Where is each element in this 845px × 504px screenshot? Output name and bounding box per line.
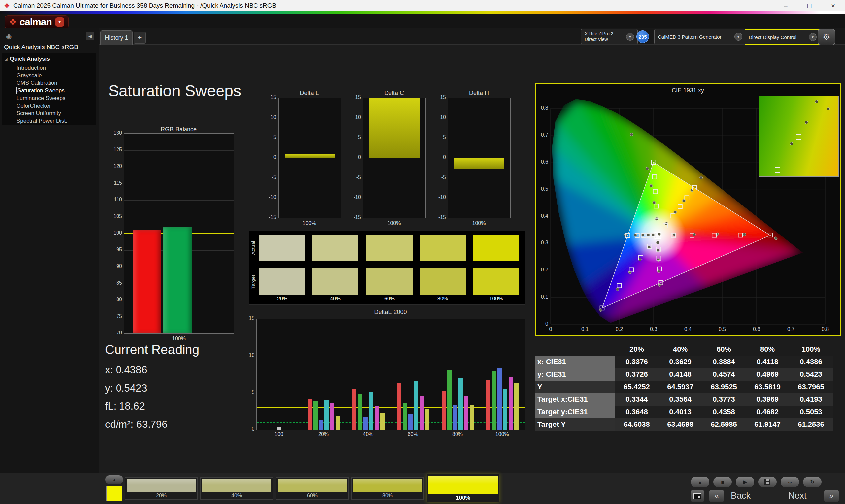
stop-button[interactable]: ■ (713, 476, 732, 487)
add-tab-button[interactable]: + (134, 32, 145, 43)
chart-title: RGB Balance (124, 126, 233, 133)
record-icon[interactable]: ◉ (6, 32, 12, 40)
sidebar-item-cms-calibration[interactable]: CMS Calibration (2, 79, 96, 87)
y-tick-label: -15 (435, 214, 446, 220)
y-axis: 151050-5-10-15 (351, 97, 362, 218)
target-swatch (473, 268, 519, 295)
measured-point (647, 233, 650, 236)
gridline (124, 150, 234, 151)
pattern-button-60%[interactable]: 60% (276, 477, 349, 500)
pattern-button-40%[interactable]: 40% (200, 477, 273, 500)
y-tick-label: 120 (111, 163, 123, 169)
y-tick-label: -15 (351, 214, 362, 220)
pattern-window-button[interactable] (690, 490, 704, 502)
y-tick-label: 95 (111, 247, 123, 253)
table-header-row: 20%40%60%80%100% (535, 343, 833, 356)
pattern-button-100%[interactable]: 100% (427, 474, 499, 502)
table-cell: 64.5937 (658, 381, 702, 393)
next-chevron-button[interactable]: » (824, 490, 839, 502)
delta-bar (284, 154, 335, 158)
minimize-button[interactable]: – (774, 0, 797, 11)
close-button[interactable]: × (821, 0, 845, 11)
measured-point (650, 184, 653, 187)
current-reading: Current Reading x: 0.4386y: 0.5423fL: 18… (105, 342, 199, 433)
settings-button[interactable]: ⚙ (818, 29, 835, 45)
calman-logo-menu[interactable]: ❖ calman ▼ (5, 15, 69, 29)
sidebar-item-screen-uniformity[interactable]: Screen Uniformity (2, 109, 96, 117)
table-cell: 0.3884 (702, 356, 746, 368)
gridline (448, 138, 510, 138)
limit-line-yellow (279, 169, 341, 170)
actual-swatch (366, 235, 412, 261)
table-cell: 63.4698 (658, 418, 702, 431)
column-header: 60% (702, 343, 746, 356)
limit-line-red (257, 356, 525, 356)
back-chevron-button[interactable]: « (709, 490, 724, 502)
deltae-bar (408, 414, 412, 430)
y-tick-label: -10 (266, 194, 277, 200)
actual-swatch (312, 235, 358, 261)
y-tick-label: 0.7 (536, 132, 549, 138)
tree-root-quick-analysis[interactable]: ◢ Quick Analysis (2, 53, 96, 64)
tree-expander-icon[interactable]: ◢ (5, 57, 7, 61)
sidebar-item-luminance-sweeps[interactable]: Luminance Sweeps (2, 94, 96, 102)
maximize-button[interactable]: □ (797, 0, 821, 11)
meter-dropdown[interactable]: X-Rite i1Pro 2 Direct View ▼ (581, 29, 638, 44)
sidebar: ◉ ◀ Quick Analysis NBC sRGB ◢ Quick Anal… (0, 29, 99, 473)
infinity-icon: ∞ (788, 479, 792, 485)
pattern-button-80%[interactable]: 80% (351, 477, 424, 500)
sidebar-item-label: Introduction (17, 65, 46, 71)
collapse-left-icon: ◀ (88, 34, 92, 39)
measured-point (743, 233, 746, 236)
plot-area (278, 97, 341, 218)
play-button[interactable]: ▶ (735, 476, 755, 487)
pattern-generator-dropdown[interactable]: CalMED 3 Pattern Generator ▼ (654, 29, 746, 44)
pattern-up-button[interactable]: ▲ (690, 476, 710, 487)
deltae-bar (420, 396, 424, 430)
gridline (279, 178, 341, 178)
plot-area (363, 97, 426, 218)
deltae2000-chart: DeltaE 2000 151050 10020%40%60%80%100% (245, 309, 535, 441)
tab-history-1[interactable]: History 1 (100, 30, 133, 44)
save-button[interactable] (758, 476, 777, 487)
sidebar-item-grayscale[interactable]: Grayscale (2, 72, 96, 79)
y-tick-label: -5 (266, 175, 277, 180)
table-row: Target Y64.603863.469862.598561.914761.2… (535, 418, 833, 431)
sidebar-item-spectral-power-dist-[interactable]: Spectral Power Dist. (2, 117, 96, 125)
table-cell: 0.3344 (615, 393, 658, 406)
limit-line-yellow (257, 407, 525, 408)
pattern-swatch (127, 479, 196, 492)
refresh-button[interactable]: ↻ (803, 476, 822, 487)
tab-strip: History 1 + X-Rite i1Pro 2 Direct View ▼… (99, 29, 845, 44)
window-title: Calman 2025 Calman Ultimate for Business… (13, 2, 276, 9)
table-cell: 0.5053 (789, 406, 833, 418)
x-tick-label: 0.4 (681, 326, 694, 332)
y-tick-label: 10 (351, 114, 362, 120)
y-tick-label: 5 (244, 389, 255, 395)
sidebar-item-colorchecker[interactable]: ColorChecker (2, 102, 96, 109)
pattern-label: 80% (352, 493, 423, 499)
y-tick-label: 110 (111, 197, 123, 202)
sidebar-collapse-button[interactable]: ◀ (86, 32, 94, 40)
measured-point (815, 100, 818, 103)
sidebar-item-introduction[interactable]: Introduction (2, 64, 96, 72)
sidebar-item-label: Luminance Sweeps (17, 95, 65, 101)
chevron-down-icon[interactable]: ▼ (735, 33, 742, 40)
chevron-down-icon[interactable]: ▼ (809, 33, 816, 41)
workflow-title: Quick Analysis NBC sRGB (4, 43, 78, 51)
chevron-down-icon[interactable]: ▼ (626, 33, 634, 40)
display-control-dropdown[interactable]: Direct Display Control ▼ (745, 29, 821, 45)
logo-dropdown-icon[interactable]: ▼ (55, 17, 64, 27)
pattern-button-20%[interactable]: 20% (125, 477, 198, 500)
continuous-measure-button[interactable]: ∞ (780, 476, 799, 487)
y-tick-label: 70 (111, 330, 123, 336)
gridline (124, 167, 234, 167)
column-header: 100% (789, 343, 833, 356)
target-swatch (420, 268, 466, 295)
back-button[interactable]: Back (731, 490, 751, 502)
cie-1931-panel: CIE 1931 xy 0.80.70.60.50.40.30.20.10 00… (535, 84, 841, 336)
sidebar-item-saturation-sweeps[interactable]: Saturation Sweeps (2, 87, 96, 94)
next-button[interactable]: Next (788, 490, 807, 502)
deltae-bar (447, 370, 452, 430)
meter-status-badge: 235 (636, 30, 649, 43)
